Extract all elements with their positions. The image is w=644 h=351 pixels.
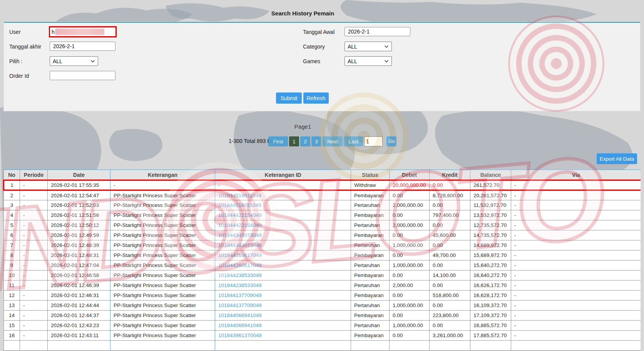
cell-no: 15 <box>4 321 20 331</box>
pagination-first-button[interactable]: First <box>268 136 288 146</box>
keterangan-id-link[interactable]: 101844260617049 <box>218 262 262 268</box>
cell-debet: 0.00 <box>390 291 430 301</box>
cell-periode: - <box>20 311 48 321</box>
cell-status: Pembayaran <box>351 311 390 321</box>
keterangan-id-link[interactable]: 101844343073049 <box>218 242 262 248</box>
cell-keterangan: PP-Starlight Princess Super Scatter <box>110 250 215 260</box>
cell-status: Pertaruhan <box>351 321 390 331</box>
current-page-label: Page1 <box>0 123 606 130</box>
cell-keterangan: PP-Starlight Princess Super Scatter <box>110 270 215 280</box>
user-input[interactable]: h <box>49 26 117 37</box>
table-row: 13-2026-02-01 12:44:44PP-Starlight Princ… <box>4 301 641 311</box>
pagination-goto-input[interactable] <box>364 136 383 146</box>
tanggal-akhir-input[interactable] <box>50 42 115 51</box>
cell-no: 3 <box>4 200 20 210</box>
search-form-panel: User h Tanggal akhir Pilih : ALL Order I… <box>4 22 640 111</box>
keterangan-id-link[interactable]: 101844066941049 <box>218 312 262 318</box>
cell-keterangan-id: 101844343073049 <box>215 230 351 240</box>
tanggal-awal-input[interactable] <box>345 27 410 36</box>
cell-keterangan-id: 101844422154049 <box>215 210 351 220</box>
cell-kredit: 8,728,600.00 <box>430 190 470 200</box>
cell-no: 12 <box>4 291 20 301</box>
games-select[interactable]: ALL <box>345 56 392 66</box>
chevron-down-icon <box>90 60 95 63</box>
cell-keterangan-id: 101843961370049 <box>215 331 351 341</box>
keterangan-id-link[interactable]: 101844516011049 <box>218 193 261 198</box>
cell-balance: 261,572.70 <box>470 180 511 190</box>
keterangan-id-link[interactable]: 101843961370049 <box>218 333 262 338</box>
cell-via: - <box>511 180 641 190</box>
cell-balance: 17,109,372.70 <box>470 311 511 321</box>
keterangan-id-link[interactable]: 101844238533049 <box>218 272 262 278</box>
cell-kredit: 0.00 <box>430 280 470 291</box>
cell-via: - <box>511 260 641 270</box>
keterangan-id-link[interactable]: 101844343073049 <box>218 232 262 238</box>
history-table: No Periode Date Keterangan Keterangan ID… <box>3 170 641 351</box>
cell-debet: 0.00 <box>390 311 430 321</box>
cell-date: 2026-02-01 12:47:04 <box>48 260 110 270</box>
table-row: 7-2026-02-01 12:48:39PP-Starlight Prince… <box>4 240 641 250</box>
cell-kredit: 3,261,000.00 <box>430 331 470 341</box>
refresh-button[interactable]: Refresh <box>303 92 329 104</box>
cell-date: 2026-02-01 12:50:12 <box>48 220 110 230</box>
pilih-select[interactable]: ALL <box>50 56 98 66</box>
cell-no: 8 <box>4 250 20 260</box>
cell-via: - <box>511 240 641 250</box>
cell-date: 2026-02-01 12:48:31 <box>48 250 110 260</box>
keterangan-id-link[interactable]: 101844066941049 <box>218 322 262 328</box>
keterangan-id-link[interactable]: 101844238533049 <box>218 282 262 288</box>
cell-balance: 16,628,172.70 <box>470 291 511 301</box>
entries-total-text: 1-300 Total 893 Entri <box>200 138 278 144</box>
order-id-input[interactable] <box>50 71 115 80</box>
col-header-keterangan: Keterangan <box>110 170 215 180</box>
cell-no: 10 <box>4 270 20 280</box>
cell-debet: 2,000,000.00 <box>390 200 430 210</box>
cell-empty <box>390 341 430 351</box>
keterangan-id-link[interactable]: 101844422154049 <box>218 212 262 218</box>
cell-debet: 0.00 <box>390 331 430 341</box>
cell-balance: 16,640,272.70 <box>470 270 511 280</box>
cell-no: 2 <box>4 190 20 200</box>
cell-status: Pertaruhan <box>351 240 390 250</box>
cell-status: Pertaruhan <box>351 280 390 291</box>
keterangan-id-link[interactable]: 101844137709049 <box>218 302 262 308</box>
pagination-next-button[interactable]: Next <box>323 136 343 146</box>
cell-date: 2026-02-01 12:52:03 <box>48 200 110 210</box>
cell-keterangan-id: 101844516011049 <box>215 190 351 200</box>
submit-button[interactable]: Submit <box>276 92 302 104</box>
cell-keterangan-id: 101844422154049 <box>215 220 351 230</box>
cell-date: 2026-02-01 12:46:31 <box>48 291 110 301</box>
pagination-page-2-button[interactable]: 2 <box>300 136 310 146</box>
cell-balance: 16,109,372.70 <box>470 301 511 311</box>
category-select[interactable]: ALL <box>345 42 392 51</box>
cell-periode: - <box>20 280 48 291</box>
cell-date: 2026-02-01 12:43:11 <box>48 331 110 341</box>
pagination-page-1-button[interactable]: 1 <box>289 136 299 146</box>
cell-keterangan: PP-Starlight Princess Super Scatter <box>110 311 215 321</box>
cell-no: 5 <box>4 220 20 230</box>
cell-balance: 20,261,572.70 <box>470 190 511 200</box>
pagination-last-button[interactable]: Last <box>344 136 363 146</box>
cell-keterangan: PP-Starlight Princess Super Scatter <box>110 210 215 220</box>
cell-periode: - <box>20 250 48 260</box>
cell-balance: 16,626,172.70 <box>470 280 511 291</box>
cell-balance: 15,689,972.70 <box>470 250 511 260</box>
keterangan-id-link[interactable]: 101844260617049 <box>218 252 262 258</box>
keterangan-id-link[interactable]: 101844516011049 <box>218 202 261 208</box>
table-row: 3-2026-02-01 12:52:03PP-Starlight Prince… <box>4 200 641 210</box>
keterangan-id-link[interactable]: 101844422154049 <box>218 222 262 228</box>
cell-periode: - <box>20 270 48 280</box>
keterangan-id-link[interactable]: 101844137709049 <box>218 292 262 298</box>
cell-empty <box>430 341 470 351</box>
cell-via: - <box>511 331 641 341</box>
pagination-go-button[interactable]: Go <box>386 136 396 146</box>
cell-kredit: 0.00 <box>430 301 470 311</box>
cell-date: 2026-02-01 12:44:37 <box>48 311 110 321</box>
cell-periode: - <box>20 230 48 240</box>
cell-date: 2026-02-01 12:46:58 <box>48 270 110 280</box>
table-row: 1-2026-02-01 17:55:35--Withdraw20,000,00… <box>4 180 641 190</box>
cell-date: 2026-02-01 12:48:39 <box>48 240 110 250</box>
pagination-page-3-button[interactable]: 3 <box>311 136 321 146</box>
export-all-data-button[interactable]: Export All Data <box>597 153 637 164</box>
category-select-value: ALL <box>348 44 357 50</box>
